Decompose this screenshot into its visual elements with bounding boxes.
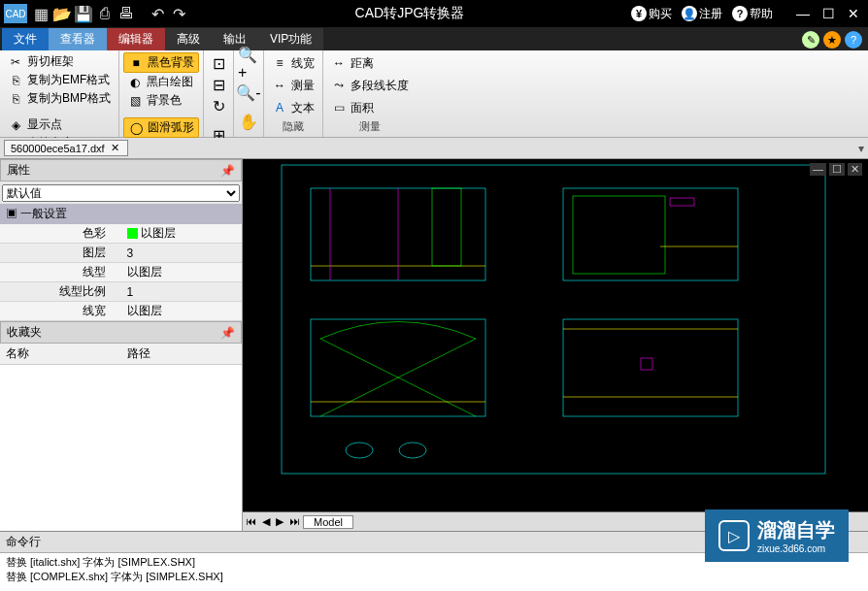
ribbon-group-browse: 🔍+ 🔍- ✋ ⇤ ⇥ 浏览 bbox=[234, 50, 264, 137]
rotate-icon[interactable]: ↻ bbox=[208, 95, 229, 116]
scissors-icon: ✂ bbox=[8, 54, 23, 70]
linewidth-button[interactable]: ≡线宽 bbox=[268, 54, 318, 73]
show-point-button[interactable]: ◈显示点 bbox=[4, 115, 115, 134]
property-row[interactable]: 图层3 bbox=[0, 244, 242, 263]
ribbon-help-icon[interactable]: ? bbox=[845, 31, 862, 49]
cut-frame-button[interactable]: ✂剪切框架 bbox=[4, 52, 115, 71]
tab-viewer[interactable]: 查看器 bbox=[49, 28, 107, 50]
document-tab-bar: 560000ece5a17.dxf ✕ ▾ bbox=[0, 138, 868, 159]
text-button[interactable]: A文本 bbox=[268, 99, 318, 117]
new-icon[interactable]: ▦ bbox=[31, 4, 50, 23]
bg-color-button[interactable]: ▧背景色 bbox=[123, 91, 199, 110]
save-icon[interactable]: 💾 bbox=[74, 4, 93, 23]
property-row[interactable]: 线宽以图层 bbox=[0, 302, 242, 321]
redo-icon[interactable]: ↷ bbox=[169, 4, 188, 23]
tab-advanced[interactable]: 高级 bbox=[165, 28, 212, 50]
layout-next-icon[interactable]: ▶ bbox=[273, 515, 286, 528]
color-icon: ▧ bbox=[127, 93, 143, 109]
vp-max-icon[interactable]: ☐ bbox=[829, 163, 845, 176]
property-row[interactable]: 色彩以图层 bbox=[0, 224, 242, 244]
col-path[interactable]: 路径 bbox=[121, 344, 156, 364]
ribbon-icon-2[interactable]: ★ bbox=[823, 31, 841, 49]
close-button[interactable]: ✕ bbox=[843, 4, 864, 23]
property-key: 线型 bbox=[0, 263, 121, 281]
property-key: 线宽 bbox=[0, 302, 121, 320]
zoom-in-icon[interactable]: 🔍+ bbox=[238, 52, 259, 74]
doc-dropdown-icon[interactable]: ▾ bbox=[858, 142, 864, 155]
point-icon: ◈ bbox=[8, 117, 23, 133]
play-icon: ▷ bbox=[718, 520, 750, 551]
svg-rect-3 bbox=[432, 188, 461, 266]
pos-icon-1[interactable]: ⊡ bbox=[208, 52, 229, 74]
undo-icon[interactable]: ↶ bbox=[148, 4, 167, 23]
pin-icon[interactable]: 📌 bbox=[220, 326, 235, 340]
property-value[interactable]: 以图层 bbox=[121, 224, 243, 243]
black-bg-button[interactable]: ■黑色背景 bbox=[123, 52, 199, 73]
property-row[interactable]: 线型以图层 bbox=[0, 263, 242, 282]
property-value[interactable]: 3 bbox=[121, 244, 243, 262]
ruler-icon: ↔ bbox=[272, 78, 287, 93]
favorites-header: 收藏夹 📌 bbox=[0, 321, 242, 344]
svg-rect-7 bbox=[573, 196, 665, 274]
layout-prev-icon[interactable]: ◀ bbox=[259, 515, 273, 528]
ribbon-group-position: ⊡ ⊟ ↻ ⊞ ⊠ ⟲ 位置 bbox=[204, 50, 234, 137]
properties-filter-select[interactable]: 默认值 bbox=[2, 184, 240, 202]
buy-button[interactable]: ¥购买 bbox=[631, 6, 672, 22]
bw-draw-button[interactable]: ◐黑白绘图 bbox=[123, 73, 199, 91]
copy-emf-button[interactable]: ⎘复制为EMF格式 bbox=[4, 71, 115, 89]
watermark-text: 溜溜自学 bbox=[757, 519, 835, 541]
canvas-area: — ☐ ✕ ⏮ ◀ ▶ ⏭ Model bbox=[243, 159, 868, 531]
property-value[interactable]: 以图层 bbox=[121, 302, 243, 320]
minimize-button[interactable]: — bbox=[792, 4, 814, 23]
group-label: 隐藏 bbox=[268, 118, 318, 135]
polylen-button[interactable]: ⤳多段线长度 bbox=[327, 77, 413, 95]
property-row[interactable]: 线型比例1 bbox=[0, 282, 242, 302]
distance-button[interactable]: ↔距离 bbox=[327, 54, 413, 73]
open-icon[interactable]: 📂 bbox=[52, 4, 72, 23]
model-tab[interactable]: Model bbox=[303, 515, 353, 529]
arc-smooth-button[interactable]: ◯圆滑弧形 bbox=[123, 117, 199, 138]
document-filename: 560000ece5a17.dxf bbox=[11, 143, 105, 154]
tab-editor[interactable]: 编辑器 bbox=[107, 28, 165, 50]
ribbon-tab-bar: 文件 查看器 编辑器 高级 输出 VIP功能 ✎ ★ ? bbox=[0, 27, 868, 50]
property-key: 图层 bbox=[0, 244, 121, 262]
saveas-icon[interactable]: ⎙ bbox=[95, 4, 115, 23]
layout-first-icon[interactable]: ⏮ bbox=[243, 515, 259, 528]
document-tab[interactable]: 560000ece5a17.dxf ✕ bbox=[4, 140, 128, 156]
pos-icon-2[interactable]: ⊟ bbox=[208, 74, 229, 95]
pan-icon[interactable]: ✋ bbox=[238, 111, 259, 132]
vp-close-icon[interactable]: ✕ bbox=[848, 163, 862, 176]
col-name[interactable]: 名称 bbox=[0, 344, 121, 364]
measure-hide-button[interactable]: ↔测量 bbox=[268, 77, 318, 95]
watermark-sub: zixue.3d66.com bbox=[757, 543, 835, 554]
register-button[interactable]: 👤注册 bbox=[682, 6, 722, 22]
pin-icon[interactable]: 📌 bbox=[220, 164, 235, 178]
drawing-canvas[interactable]: — ☐ ✕ bbox=[243, 159, 868, 511]
help-button[interactable]: ?帮助 bbox=[732, 6, 773, 22]
color-swatch bbox=[127, 228, 138, 239]
favorites-list[interactable] bbox=[0, 365, 242, 531]
ribbon-icon-1[interactable]: ✎ bbox=[802, 31, 819, 49]
property-value[interactable]: 以图层 bbox=[121, 263, 243, 281]
copy-icon: ⎘ bbox=[8, 91, 23, 107]
title-bar: CAD ▦ 📂 💾 ⎙ 🖶 ↶ ↷ CAD转JPG转换器 ¥购买 👤注册 ?帮助… bbox=[0, 0, 868, 27]
ribbon: ✂剪切框架 ⎘复制为EMF格式 ⎘复制为BMP格式 ◈显示点 🔍查找文字 ▦修剪… bbox=[0, 50, 868, 138]
maximize-button[interactable]: ☐ bbox=[818, 4, 839, 23]
vp-min-icon[interactable]: — bbox=[810, 163, 826, 176]
linewidth-icon: ≡ bbox=[272, 55, 287, 71]
watermark: ▷ 溜溜自学 zixue.3d66.com bbox=[705, 509, 849, 562]
close-document-icon[interactable]: ✕ bbox=[109, 142, 121, 154]
tab-vip[interactable]: VIP功能 bbox=[258, 28, 323, 50]
print-icon[interactable]: 🖶 bbox=[117, 4, 136, 23]
svg-rect-17 bbox=[641, 358, 652, 370]
area-button[interactable]: ▭面积 bbox=[327, 99, 413, 117]
properties-header: 属性 📌 bbox=[0, 159, 242, 181]
property-value[interactable]: 1 bbox=[121, 282, 243, 301]
properties-section: ▣ 一般设置 bbox=[0, 204, 242, 224]
layout-last-icon[interactable]: ⏭ bbox=[286, 515, 303, 528]
svg-point-19 bbox=[399, 443, 426, 458]
property-key: 线型比例 bbox=[0, 282, 121, 301]
copy-bmp-button[interactable]: ⎘复制为BMP格式 bbox=[4, 89, 115, 108]
zoom-out-icon[interactable]: 🔍- bbox=[238, 82, 259, 103]
tab-file[interactable]: 文件 bbox=[2, 28, 49, 50]
